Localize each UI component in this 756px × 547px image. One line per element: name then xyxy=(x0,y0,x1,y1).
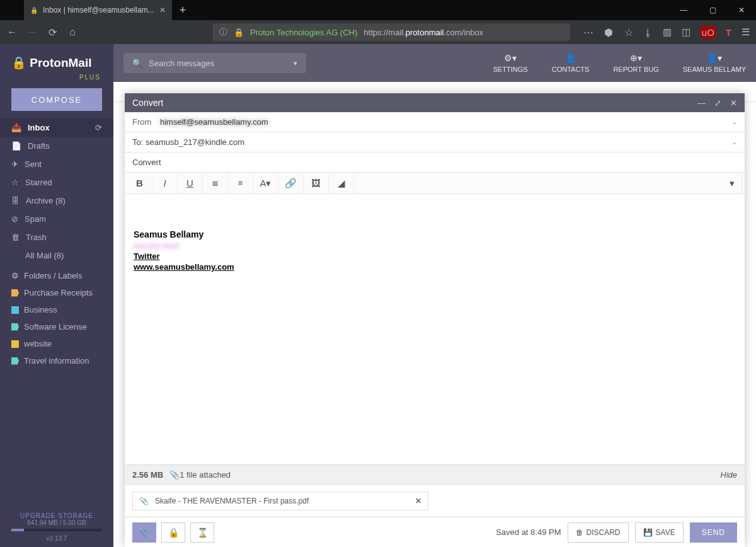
chevron-down-icon[interactable]: ⌄ xyxy=(731,118,737,126)
bookmark-star-icon[interactable]: ☆ xyxy=(623,26,634,38)
underline-button[interactable]: U xyxy=(178,173,203,194)
label-software-license[interactable]: Software License xyxy=(0,318,113,335)
download-icon[interactable]: ⭳ xyxy=(643,27,653,38)
remove-attachment-icon[interactable]: ✕ xyxy=(415,497,421,505)
close-composer-icon[interactable]: ✕ xyxy=(730,98,737,108)
gear-icon: ⚙▾ xyxy=(504,53,517,63)
more-format-button[interactable]: ▾ xyxy=(722,173,742,194)
image-button[interactable]: 🖼 xyxy=(304,173,329,194)
discard-button[interactable]: 🗑DISCARD xyxy=(568,522,629,543)
browser-tab[interactable]: 🔒 Inbox | himself@seamusbellam... ✕ xyxy=(24,0,172,20)
minimize-composer-icon[interactable]: — xyxy=(697,98,706,108)
attach-button[interactable]: 📎 xyxy=(132,522,156,543)
sidebar-item-sent[interactable]: ✈Sent xyxy=(0,155,113,173)
encryption-button[interactable]: 🔒 xyxy=(161,522,185,543)
signature-twitter-link[interactable]: Twitter xyxy=(134,251,736,261)
folders-labels-header[interactable]: ⚙Folders / Labels xyxy=(0,265,113,284)
inbox-icon: 📥 xyxy=(11,123,21,132)
sidebar-item-inbox[interactable]: 📥 Inbox ⟳ xyxy=(0,118,113,137)
from-field[interactable]: From himself@seamusbellamy.com ⌄ xyxy=(125,112,745,132)
hide-attachments-link[interactable]: Hide xyxy=(720,470,737,480)
reload-button[interactable]: ⟳ xyxy=(47,26,58,38)
library-icon[interactable]: ▥ xyxy=(663,26,672,38)
label-website[interactable]: website xyxy=(0,335,113,352)
message-body[interactable]: Seamus Bellamy xxx.xxx.xxxx Twitter www.… xyxy=(125,194,745,464)
forward-button: → xyxy=(26,26,38,38)
ordered-list-button[interactable]: ≡ xyxy=(228,173,253,194)
topbar: 🔍 Search messages ▾ ⚙▾SETTINGS 👤CONTACTS… xyxy=(113,44,756,82)
to-field[interactable]: To: seamusb_217@kindle.com ⌄ xyxy=(125,132,745,153)
info-icon[interactable]: ⓘ xyxy=(219,26,227,38)
chevron-down-icon[interactable]: ⌄ xyxy=(731,138,737,146)
label-travel-information[interactable]: Travel information xyxy=(0,352,113,369)
hamburger-menu-icon[interactable]: ☰ xyxy=(742,26,750,38)
sidebar-icon[interactable]: ◫ xyxy=(682,26,690,38)
maximize-button[interactable]: ▢ xyxy=(698,0,727,20)
page-actions-icon[interactable]: ⋯ xyxy=(583,26,594,38)
minimize-button[interactable]: — xyxy=(669,0,698,20)
link-button[interactable]: 🔗 xyxy=(278,173,304,194)
upgrade-storage-link[interactable]: UPGRADE STORAGE xyxy=(0,512,113,519)
folder-icon xyxy=(11,340,19,348)
signature-name: Seamus Bellamy xyxy=(134,229,736,239)
composer-titlebar[interactable]: Convert — ⤢ ✕ xyxy=(125,93,745,112)
tag-icon xyxy=(11,357,19,365)
settings-button[interactable]: ⚙▾SETTINGS xyxy=(493,53,528,73)
sidebar-item-starred[interactable]: ☆Starred xyxy=(0,173,113,192)
browser-titlebar: 🔒 Inbox | himself@seamusbellam... ✕ + — … xyxy=(0,0,756,20)
url-text: https://mail.protonmail.com/inbox xyxy=(364,28,483,37)
ublock-icon[interactable]: uO xyxy=(701,26,716,38)
sidebar-item-archive[interactable]: 🗄Archive (8) xyxy=(0,192,113,210)
bold-button[interactable]: B xyxy=(127,173,152,194)
file-icon: 📄 xyxy=(11,141,21,151)
clear-format-button[interactable]: ◢ xyxy=(329,173,354,194)
browser-navbar: ← → ⟳ ⌂ ⓘ 🔒 Proton Technologies AG (CH) … xyxy=(0,20,756,44)
chevron-down-icon[interactable]: ▾ xyxy=(294,59,297,67)
folder-icon xyxy=(11,306,19,314)
home-button[interactable]: ⌂ xyxy=(67,26,78,38)
contacts-button[interactable]: 👤CONTACTS xyxy=(552,53,590,73)
search-input[interactable]: 🔍 Search messages ▾ xyxy=(123,53,306,73)
subject-field[interactable]: Convert xyxy=(125,153,745,173)
send-icon: ✈ xyxy=(11,159,18,169)
sidebar-item-drafts[interactable]: 📄Drafts xyxy=(0,137,113,155)
attachment-list: 📎 Skaife - THE RAVENMASTER - First pass.… xyxy=(125,485,745,517)
attachment-summary-bar: 2.56 MB 📎 1 file attached Hide xyxy=(125,464,745,485)
expiration-button[interactable]: ⌛ xyxy=(190,522,214,543)
refresh-icon[interactable]: ⟳ xyxy=(95,123,102,132)
address-bar[interactable]: ⓘ 🔒 Proton Technologies AG (CH) https://… xyxy=(213,23,570,41)
italic-button[interactable]: I xyxy=(152,173,178,194)
expand-composer-icon[interactable]: ⤢ xyxy=(714,98,721,108)
extension-icon[interactable]: T xyxy=(726,27,731,38)
sidebar-footer: UPGRADE STORAGE 641.94 MB / 5.00 GB v3.1… xyxy=(0,507,113,547)
label-purchase-receipts[interactable]: Purchase Receipts xyxy=(0,284,113,301)
ban-icon: ⊘ xyxy=(11,214,18,224)
font-color-button[interactable]: A▾ xyxy=(253,173,278,194)
signature-website-link[interactable]: www.seamusbellamy.com xyxy=(134,262,736,272)
sidebar-item-allmail[interactable]: All Mail (8) xyxy=(0,246,113,265)
protonmail-app: 🔒 ProtonMail PLUS COMPOSE 📥 Inbox ⟳ 📄Dra… xyxy=(0,44,756,547)
save-button[interactable]: 💾SAVE xyxy=(635,522,684,543)
attachment-size: 2.56 MB xyxy=(132,470,163,480)
signature-blurred-line: xxx.xxx.xxxx xyxy=(134,241,736,250)
user-icon: 👤▾ xyxy=(707,53,722,63)
close-window-button[interactable]: ✕ xyxy=(727,0,756,20)
user-menu[interactable]: 👤▾SEAMUS BELLAMY xyxy=(683,53,746,73)
save-icon: 💾 xyxy=(643,528,653,537)
composer-footer: 📎 🔒 ⌛ Saved at 8:49 PM 🗑DISCARD 💾SAVE SE… xyxy=(125,517,745,547)
sidebar-item-trash[interactable]: 🗑Trash xyxy=(0,228,113,246)
pocket-icon[interactable]: ⬢ xyxy=(603,26,614,38)
composer-window: Convert — ⤢ ✕ From himself@seamusbellamy… xyxy=(125,93,745,547)
unordered-list-button[interactable]: ≣ xyxy=(203,173,228,194)
sidebar-item-spam[interactable]: ⊘Spam xyxy=(0,210,113,228)
new-tab-button[interactable]: + xyxy=(172,4,194,17)
report-bug-button[interactable]: ⊕▾REPORT BUG xyxy=(613,53,658,73)
compose-button[interactable]: COMPOSE xyxy=(11,88,102,111)
close-tab-icon[interactable]: ✕ xyxy=(159,6,166,14)
logo: 🔒 ProtonMail xyxy=(0,44,113,74)
attachment-item[interactable]: 📎 Skaife - THE RAVENMASTER - First pass.… xyxy=(132,492,428,510)
send-button[interactable]: SEND xyxy=(690,522,737,543)
saved-status: Saved at 8:49 PM xyxy=(496,527,561,537)
label-business[interactable]: Business xyxy=(0,301,113,318)
back-button[interactable]: ← xyxy=(6,26,18,38)
